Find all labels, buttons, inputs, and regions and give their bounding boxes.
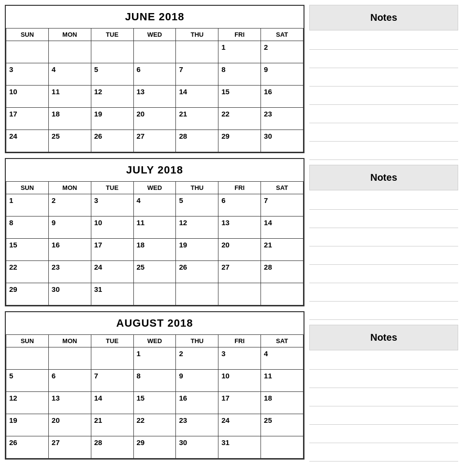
table-cell: 7 xyxy=(261,194,304,216)
calendar-table-june: SUNMONTUEWEDTHUFRISAT1234567891011121314… xyxy=(6,28,304,152)
table-cell xyxy=(6,41,49,63)
day-header-wed: WED xyxy=(133,182,176,194)
table-row: 17181920212223 xyxy=(6,108,304,130)
table-cell xyxy=(6,347,49,370)
day-header-thu: THU xyxy=(176,182,218,194)
table-row: 12131415161718 xyxy=(6,392,304,414)
table-cell xyxy=(91,347,133,370)
table-cell: 10 xyxy=(6,86,49,108)
notes-line xyxy=(309,462,458,476)
day-header-thu: THU xyxy=(176,29,218,41)
table-cell: 5 xyxy=(176,194,218,216)
day-header-mon: MON xyxy=(48,182,91,194)
notes-line xyxy=(309,246,458,265)
notes-block-0: Notes xyxy=(309,5,458,160)
table-cell: 22 xyxy=(133,414,176,436)
table-cell: 15 xyxy=(133,392,176,414)
table-cell: 1 xyxy=(218,41,261,63)
notes-line xyxy=(309,425,458,443)
table-cell: 12 xyxy=(176,216,218,239)
table-row: 12 xyxy=(6,41,304,63)
table-cell: 8 xyxy=(218,63,261,86)
table-cell xyxy=(133,283,176,305)
table-row: 262728293031 xyxy=(6,436,304,459)
day-header-tue: TUE xyxy=(91,335,133,347)
table-cell: 26 xyxy=(6,436,49,459)
table-row: 1234 xyxy=(6,347,304,370)
calendar-august: AUGUST 2018SUNMONTUEWEDTHUFRISAT12345678… xyxy=(5,311,304,460)
table-cell: 1 xyxy=(133,347,176,370)
table-cell: 12 xyxy=(91,86,133,108)
table-cell: 3 xyxy=(218,347,261,370)
calendar-table-august: SUNMONTUEWEDTHUFRISAT1234567891011121314… xyxy=(6,334,304,459)
table-cell: 25 xyxy=(261,414,304,436)
calendar-table-july: SUNMONTUEWEDTHUFRISAT1234567891011121314… xyxy=(6,181,304,305)
table-row: 891011121314 xyxy=(6,216,304,239)
table-cell: 24 xyxy=(6,130,49,152)
day-header-sat: SAT xyxy=(261,335,304,347)
table-cell: 15 xyxy=(6,239,49,261)
table-cell: 9 xyxy=(261,63,304,86)
table-cell: 17 xyxy=(218,392,261,414)
table-cell: 13 xyxy=(133,86,176,108)
table-cell: 4 xyxy=(133,194,176,216)
table-row: 3456789 xyxy=(6,63,304,86)
table-cell: 21 xyxy=(261,239,304,261)
table-cell: 10 xyxy=(218,370,261,392)
table-cell: 29 xyxy=(133,436,176,459)
table-cell: 8 xyxy=(6,216,49,239)
table-cell: 12 xyxy=(6,392,49,414)
table-cell: 14 xyxy=(261,216,304,239)
day-header-tue: TUE xyxy=(91,182,133,194)
table-cell: 16 xyxy=(48,239,91,261)
table-cell: 21 xyxy=(176,108,218,130)
table-cell: 4 xyxy=(261,347,304,370)
table-cell xyxy=(261,283,304,305)
table-cell: 13 xyxy=(48,392,91,414)
table-cell xyxy=(91,41,133,63)
table-cell: 17 xyxy=(91,239,133,261)
table-cell xyxy=(133,41,176,63)
table-cell: 2 xyxy=(261,41,304,63)
table-cell: 26 xyxy=(91,130,133,152)
table-cell: 14 xyxy=(91,392,133,414)
table-cell: 22 xyxy=(6,261,49,283)
table-cell xyxy=(218,283,261,305)
notes-line xyxy=(309,406,458,425)
calendar-title-august: AUGUST 2018 xyxy=(6,312,304,334)
notes-line xyxy=(309,370,458,388)
table-cell: 22 xyxy=(218,108,261,130)
notes-header-2: Notes xyxy=(309,325,458,350)
day-header-thu: THU xyxy=(176,335,218,347)
notes-header-1: Notes xyxy=(309,165,458,190)
table-row: 15161718192021 xyxy=(6,239,304,261)
notes-lines-0 xyxy=(309,31,458,160)
notes-block-1: Notes xyxy=(309,165,458,320)
table-cell: 6 xyxy=(133,63,176,86)
table-cell: 29 xyxy=(6,283,49,305)
table-cell: 1 xyxy=(6,194,49,216)
table-row: 24252627282930 xyxy=(6,130,304,152)
day-header-sun: SUN xyxy=(6,182,49,194)
day-header-tue: TUE xyxy=(91,29,133,41)
table-cell: 11 xyxy=(261,370,304,392)
day-header-sat: SAT xyxy=(261,29,304,41)
table-row: 293031 xyxy=(6,283,304,305)
main-container: JUNE 2018SUNMONTUEWEDTHUFRISAT1234567891… xyxy=(5,5,458,476)
table-cell: 17 xyxy=(6,108,49,130)
calendar-july: JULY 2018SUNMONTUEWEDTHUFRISAT1234567891… xyxy=(5,158,304,306)
table-cell: 7 xyxy=(176,63,218,86)
calendar-title-june: JUNE 2018 xyxy=(6,6,304,28)
table-cell: 23 xyxy=(176,414,218,436)
table-cell: 23 xyxy=(261,108,304,130)
notes-line xyxy=(309,50,458,68)
notes-block-2: Notes xyxy=(309,325,458,476)
notes-line xyxy=(309,105,458,123)
table-cell: 20 xyxy=(133,108,176,130)
table-cell: 31 xyxy=(218,436,261,459)
table-cell: 27 xyxy=(218,261,261,283)
day-header-sat: SAT xyxy=(261,182,304,194)
table-cell: 19 xyxy=(6,414,49,436)
notes-column: NotesNotesNotes30calendar.com xyxy=(309,5,458,476)
notes-line xyxy=(309,123,458,142)
